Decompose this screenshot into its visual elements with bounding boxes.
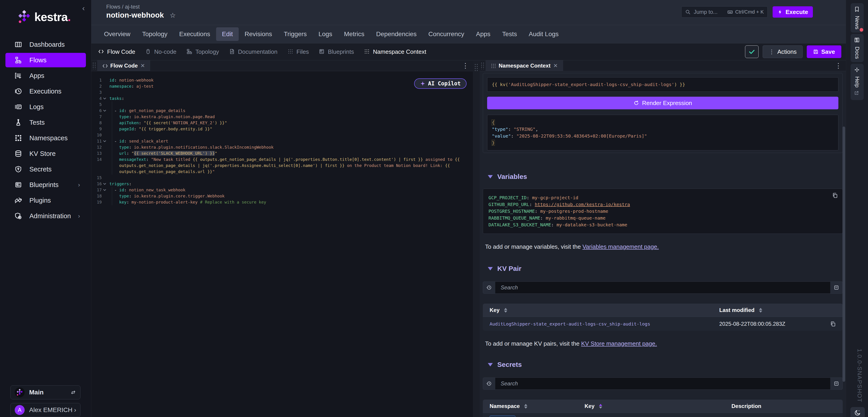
editor-tab-menu-icon[interactable]: ⋮ bbox=[458, 62, 473, 70]
sidebar-item-dashboards[interactable]: Dashboards bbox=[5, 37, 86, 52]
yaml-editor[interactable]: AI Copilot 1id: notion-webhook2namespace… bbox=[91, 71, 473, 417]
saved-filter-icon[interactable] bbox=[830, 378, 842, 389]
actions-button[interactable]: ⋮ Actions bbox=[763, 45, 803, 58]
sidebar-item-namespaces[interactable]: Namespaces bbox=[5, 131, 86, 145]
scrollbar[interactable] bbox=[842, 127, 845, 382]
pane-divider[interactable] bbox=[473, 60, 480, 417]
kestra-logo[interactable]: kestra. bbox=[18, 10, 71, 24]
breadcrumb[interactable]: Flows / aj-test bbox=[106, 4, 140, 10]
tab-logs[interactable]: Logs bbox=[313, 27, 338, 41]
tab-edit[interactable]: Edit bbox=[216, 27, 239, 41]
tab-tests[interactable]: Tests bbox=[496, 27, 523, 41]
tab-namespace-context[interactable]: Namespace Context ✕ bbox=[486, 60, 563, 71]
notification-dot bbox=[860, 28, 863, 32]
mode-no-code[interactable]: No-code bbox=[145, 49, 176, 55]
flow-tabs: OverviewTopologyExecutionsEditRevisionsT… bbox=[91, 25, 846, 43]
code-line: 18 type: io.kestra.plugin.core.trigger.W… bbox=[91, 193, 473, 199]
copy-icon[interactable] bbox=[830, 321, 836, 327]
close-icon[interactable]: ✕ bbox=[141, 63, 145, 69]
context-tab-menu-icon[interactable]: ⋮ bbox=[831, 62, 846, 70]
variable-value-link[interactable]: https://github.com/kestra-io/kestra bbox=[535, 202, 630, 207]
jump-to-search[interactable]: Jump to... Ctrl/Cmd + K bbox=[681, 6, 768, 18]
fold-icon[interactable] bbox=[102, 187, 107, 193]
save-button[interactable]: Save bbox=[807, 45, 841, 58]
secrets-table: NamespaceKeyDescriptionaj-testNOTION_API… bbox=[483, 399, 843, 417]
doc-icon bbox=[229, 49, 235, 55]
column-header-key[interactable]: Key bbox=[483, 307, 719, 313]
line-number: 3 bbox=[91, 89, 102, 95]
switch-tenant-icon[interactable] bbox=[70, 389, 76, 395]
sidebar-item-apps[interactable]: Apps bbox=[5, 68, 86, 83]
line-number: 8 bbox=[91, 120, 102, 126]
keyboard-icon bbox=[727, 9, 733, 15]
mode-files[interactable]: Files bbox=[287, 49, 309, 55]
line-number: 16 bbox=[91, 181, 102, 187]
pane-drag-handle[interactable] bbox=[92, 62, 96, 69]
secrets-section-header[interactable]: Secrets bbox=[488, 361, 843, 368]
column-header-key[interactable]: Key bbox=[585, 403, 732, 409]
collapse-triangle-icon bbox=[488, 363, 493, 366]
tenant-selector[interactable]: Main bbox=[10, 385, 81, 399]
tab-triggers[interactable]: Triggers bbox=[278, 27, 313, 41]
tab-concurrency[interactable]: Concurrency bbox=[423, 27, 470, 41]
validation-check-button[interactable] bbox=[745, 45, 758, 58]
sidebar-item-administration[interactable]: Administration› bbox=[5, 209, 86, 223]
mode-documentation[interactable]: Documentation bbox=[229, 49, 278, 55]
variable-key: DATALAKE_S3_BUCKET_NAME bbox=[489, 222, 551, 227]
sidebar-item-executions[interactable]: Executions bbox=[5, 84, 86, 98]
tab-flow-code[interactable]: Flow Code ✕ bbox=[97, 60, 150, 71]
mode-topology[interactable]: Topology bbox=[186, 49, 219, 55]
variables-section-header[interactable]: Variables bbox=[488, 173, 843, 181]
help-button[interactable]: Help bbox=[850, 64, 864, 100]
mode-flow-code[interactable]: Flow Code bbox=[98, 49, 135, 55]
sidebar-item-blueprints[interactable]: Blueprints› bbox=[5, 178, 86, 192]
kv-store-management-link[interactable]: KV Store management page. bbox=[581, 340, 657, 347]
mode-blueprints[interactable]: Blueprints bbox=[319, 49, 354, 55]
sidebar-item-kv-store[interactable]: KV Store bbox=[5, 147, 86, 161]
sidebar-item-secrets[interactable]: Secrets bbox=[5, 162, 86, 177]
variables-management-link[interactable]: Variables management page. bbox=[583, 243, 659, 250]
sidebar-item-plugins[interactable]: Plugins bbox=[5, 193, 86, 207]
fold-icon[interactable] bbox=[102, 95, 107, 101]
execute-button[interactable]: Execute bbox=[773, 6, 813, 18]
tab-metrics[interactable]: Metrics bbox=[338, 27, 370, 41]
history-icon[interactable] bbox=[483, 378, 495, 389]
kv-section-header[interactable]: KV Pair bbox=[488, 265, 843, 272]
tab-executions[interactable]: Executions bbox=[174, 27, 216, 41]
history-icon[interactable] bbox=[483, 282, 495, 293]
sidebar-item-logs[interactable]: Logs bbox=[5, 100, 86, 114]
sidebar-item-flows[interactable]: Flows bbox=[5, 53, 86, 67]
tab-audit-logs[interactable]: Audit Logs bbox=[523, 27, 564, 41]
copy-icon[interactable] bbox=[832, 192, 838, 198]
theme-toggle-button[interactable] bbox=[850, 407, 865, 417]
column-header-namespace[interactable]: Namespace bbox=[483, 403, 585, 409]
favorite-star-icon[interactable]: ☆ bbox=[170, 11, 176, 19]
docs-button[interactable]: Docs bbox=[850, 34, 864, 62]
news-button[interactable]: News bbox=[850, 3, 864, 33]
tab-apps[interactable]: Apps bbox=[470, 27, 496, 41]
fold-icon[interactable] bbox=[102, 107, 107, 114]
code-text: url: "{{ secret('SLACK_WEBHOOK_URL') }}" bbox=[110, 150, 217, 156]
mode-namespace-context[interactable]: Namespace Context bbox=[364, 49, 426, 55]
fold-icon[interactable] bbox=[102, 181, 107, 187]
tab-dependencies[interactable]: Dependencies bbox=[370, 27, 423, 41]
kv-search-input[interactable]: Search bbox=[495, 282, 830, 293]
sidebar-item-tests[interactable]: Tests bbox=[5, 115, 86, 130]
pane-drag-handle[interactable] bbox=[480, 62, 485, 69]
secrets-search-input[interactable]: Search bbox=[495, 378, 830, 389]
tab-revisions[interactable]: Revisions bbox=[239, 27, 278, 41]
tab-topology[interactable]: Topology bbox=[136, 27, 174, 41]
namespace-badge[interactable]: aj-test bbox=[490, 415, 515, 417]
expression-input[interactable]: {{ kv('AuditLogShipper-state_export-audi… bbox=[487, 77, 838, 92]
ai-copilot-button[interactable]: AI Copilot bbox=[414, 78, 467, 89]
fold-icon[interactable] bbox=[102, 138, 107, 144]
saved-filter-icon[interactable] bbox=[830, 282, 842, 293]
sidebar-collapse-icon[interactable]: ‹ bbox=[82, 4, 85, 12]
column-header-last-modified[interactable]: Last modified bbox=[719, 307, 823, 313]
table-row[interactable]: AuditLogShipper-state_export-audit-logs-… bbox=[483, 317, 843, 331]
user-menu[interactable]: A Alex EMERICH › bbox=[10, 403, 81, 417]
table-row[interactable]: aj-testNOTION_API_KEY bbox=[483, 413, 843, 417]
tab-overview[interactable]: Overview bbox=[98, 27, 136, 41]
render-expression-button[interactable]: Render Expression bbox=[487, 97, 838, 109]
close-icon[interactable]: ✕ bbox=[553, 63, 558, 69]
